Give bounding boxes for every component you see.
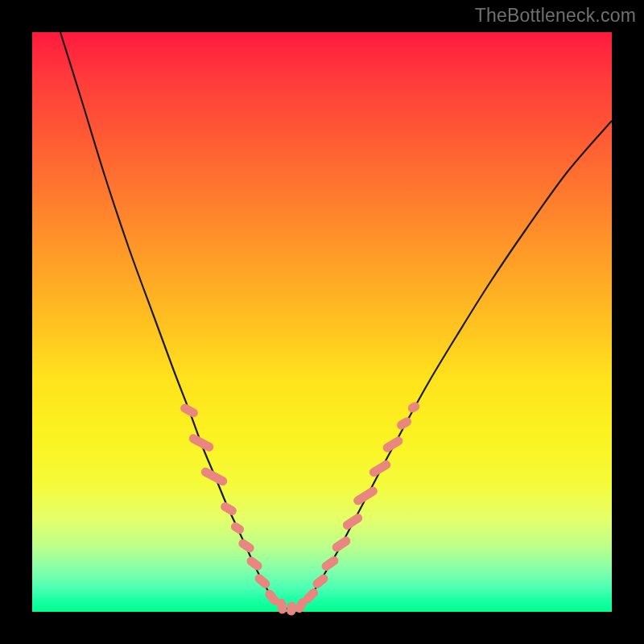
curve-marker <box>320 555 340 572</box>
curve-svg <box>32 32 612 612</box>
curve-marker <box>382 436 403 453</box>
curve-marker <box>396 416 413 431</box>
curve-marker <box>331 535 351 553</box>
curve-marker <box>180 402 199 418</box>
watermark-text: TheBottleneck.com <box>475 5 636 27</box>
plot-area <box>32 32 612 612</box>
curve-marker <box>230 522 246 535</box>
curve-marker <box>368 460 391 478</box>
curve-marker <box>237 538 255 553</box>
curve-marker <box>407 401 420 414</box>
chart-frame: TheBottleneck.com <box>0 0 644 644</box>
curve-marker <box>246 555 263 572</box>
curve-marker <box>200 467 229 487</box>
curve-marker <box>287 602 295 616</box>
curve-marker <box>353 485 378 506</box>
curve-marker <box>341 513 363 531</box>
curve-marker <box>254 573 271 590</box>
curve-markers <box>180 401 421 615</box>
curve-marker <box>277 598 287 613</box>
curve-marker <box>188 433 215 452</box>
curve-marker <box>220 502 237 517</box>
bottleneck-curve <box>60 32 612 609</box>
curve-marker <box>312 573 329 589</box>
